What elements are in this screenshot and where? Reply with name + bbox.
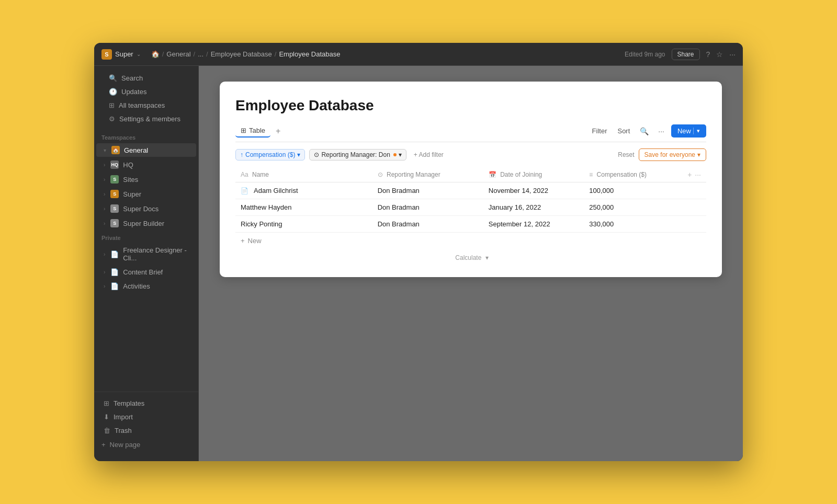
search-label: Search <box>121 74 143 82</box>
sidebar-item-hq[interactable]: › HQ HQ <box>96 158 196 171</box>
sidebar-item-activities[interactable]: › 📄 Activities <box>96 280 196 293</box>
cell-name-2: Matthew Hayden <box>235 199 372 216</box>
import-label: Import <box>114 413 133 421</box>
cell-manager-1: Don Bradman <box>372 182 483 199</box>
new-label: New <box>677 127 691 135</box>
add-view-button[interactable]: + <box>273 125 284 137</box>
content-brief-label: Content Brief <box>123 268 163 276</box>
workspace-label: Super <box>115 50 133 58</box>
reset-button[interactable]: Reset <box>618 151 634 158</box>
sidebar-item-super-docs[interactable]: › S Super Docs <box>96 202 196 215</box>
new-page-label: New page <box>110 441 141 449</box>
teamspaces-section-label: Teamspaces <box>94 130 198 143</box>
employee-table: Aa Name ⊙ Reporting Manager 📅 Date of Jo… <box>235 167 706 233</box>
sites-label: Sites <box>123 176 138 184</box>
sidebar-item-super-builder[interactable]: › S Super Builder <box>96 216 196 230</box>
filter-chevron-icon: ▾ <box>297 151 300 158</box>
breadcrumb-home-icon: 🏠 <box>151 50 160 58</box>
chevron-icon: › <box>104 269 105 275</box>
sidebar-item-super[interactable]: › S Super <box>96 187 196 201</box>
sort-button[interactable]: Sort <box>614 125 633 136</box>
workspace-switcher[interactable]: S Super ⌄ <box>101 49 141 60</box>
help-icon[interactable]: ? <box>706 50 710 59</box>
chevron-icon: › <box>104 251 105 257</box>
table-row[interactable]: Matthew Hayden Don Bradman January 16, 2… <box>235 199 706 216</box>
sidebar-item-settings[interactable]: ⚙ Settings & members <box>101 112 191 125</box>
add-column-button[interactable]: + <box>687 170 692 179</box>
sidebar-item-general[interactable]: ▾ 🏠 General <box>96 143 196 157</box>
sidebar-item-freelance[interactable]: › 📄 Freelance Designer - Cli... <box>96 244 196 265</box>
col-manager-label: Reporting Manager <box>387 171 440 178</box>
cell-comp-1: 100,000 <box>584 182 675 199</box>
calculate-chevron: ▾ <box>485 254 489 261</box>
save-everyone-button[interactable]: Save for everyone ▾ <box>639 148 706 161</box>
save-everyone-label: Save for everyone <box>644 151 695 158</box>
new-record-button[interactable]: New ▾ <box>671 124 706 138</box>
calculate-footer[interactable]: Calculate ▾ <box>235 249 706 267</box>
cell-manager-3: Don Bradman <box>372 216 483 233</box>
column-options-button[interactable]: ··· <box>695 170 701 179</box>
chevron-icon: › <box>104 283 105 289</box>
super-dot: S <box>110 190 119 198</box>
table-icon: ⊞ <box>241 127 246 134</box>
sort-arrow-icon: ↑ <box>240 151 243 158</box>
add-row-button[interactable]: + New <box>235 233 706 249</box>
sidebar-item-updates[interactable]: 🕐 Updates <box>101 85 191 98</box>
col-header-actions: + ··· <box>675 167 706 182</box>
sidebar-item-search[interactable]: 🔍 Search <box>101 72 191 85</box>
table-header-row: Aa Name ⊙ Reporting Manager 📅 Date of Jo… <box>235 167 706 182</box>
sidebar-item-templates[interactable]: ⊞ Templates <box>96 397 196 410</box>
filter-dot <box>393 153 397 156</box>
hq-dot: HQ <box>110 161 119 169</box>
col-comp-label: Compensation ($) <box>597 171 647 178</box>
updates-icon: 🕐 <box>109 88 117 96</box>
sidebar-item-sites[interactable]: › S Sites <box>96 173 196 186</box>
main-layout: 🔍 Search 🕐 Updates ⊞ All teamspaces ⚙ Se… <box>94 66 743 461</box>
more-options-button[interactable]: ··· <box>655 125 667 137</box>
share-button[interactable]: Share <box>672 49 700 60</box>
name-value-3: Ricky Ponting <box>241 220 282 228</box>
sidebar-top: 🔍 Search 🕐 Updates ⊞ All teamspaces ⚙ Se… <box>94 71 198 126</box>
cell-actions-2 <box>675 199 706 216</box>
filter-button[interactable]: Filter <box>589 125 610 136</box>
compensation-filter-label: Compensation ($) <box>245 151 295 158</box>
add-row-plus-icon: + <box>241 237 245 245</box>
manager-filter-tag[interactable]: ⊙ Reporting Manager: Don ▾ <box>309 149 406 161</box>
general-label: General <box>124 146 148 154</box>
import-icon: ⬇ <box>104 413 109 421</box>
cell-manager-2: Don Bradman <box>372 199 483 216</box>
teamspaces-icon: ⊞ <box>109 101 115 109</box>
add-filter-button[interactable]: + Add filter <box>411 150 447 160</box>
super-builder-dot: S <box>110 219 119 227</box>
sidebar-item-import[interactable]: ⬇ Import <box>96 410 196 423</box>
chevron-icon: › <box>104 191 105 197</box>
cell-name-3: Ricky Ponting <box>235 216 372 233</box>
more-icon[interactable]: ··· <box>729 50 736 59</box>
trash-icon: 🗑 <box>104 427 110 434</box>
db-toolbar: ⊞ Table + Filter Sort 🔍 ··· New ▾ <box>235 124 706 142</box>
manager-chevron-icon: ▾ <box>399 151 402 158</box>
new-page-button[interactable]: + New page <box>94 438 198 452</box>
super-label: Super <box>123 190 141 198</box>
sidebar: 🔍 Search 🕐 Updates ⊞ All teamspaces ⚙ Se… <box>94 66 199 461</box>
doc-icon: 📄 <box>110 250 119 258</box>
filter-bar-right: Reset Save for everyone ▾ <box>618 148 706 161</box>
manager-icon: ⊙ <box>314 151 319 158</box>
app-window: S Super ⌄ 🏠 / General / ... / Employee D… <box>94 43 743 461</box>
cell-date-3: September 12, 2022 <box>483 216 584 233</box>
table-row[interactable]: 📄 Adam Gilchrist Don Bradman November 14… <box>235 182 706 199</box>
comp-col-icon: ≡ <box>589 171 593 178</box>
sidebar-item-content-brief[interactable]: › 📄 Content Brief <box>96 266 196 279</box>
star-icon[interactable]: ☆ <box>716 50 723 59</box>
table-tab[interactable]: ⊞ Table <box>235 124 270 138</box>
compensation-filter-tag[interactable]: ↑ Compensation ($) ▾ <box>235 149 305 161</box>
hq-label: HQ <box>123 161 133 169</box>
search-db-button[interactable]: 🔍 <box>637 125 651 137</box>
table-row[interactable]: Ricky Ponting Don Bradman September 12, … <box>235 216 706 233</box>
plus-icon: + <box>101 441 106 449</box>
sidebar-item-trash[interactable]: 🗑 Trash <box>96 424 196 437</box>
add-row-label: New <box>248 237 262 245</box>
sidebar-item-all-teamspaces[interactable]: ⊞ All teamspaces <box>101 99 191 112</box>
cell-actions-3 <box>675 216 706 233</box>
cell-comp-2: 250,000 <box>584 199 675 216</box>
